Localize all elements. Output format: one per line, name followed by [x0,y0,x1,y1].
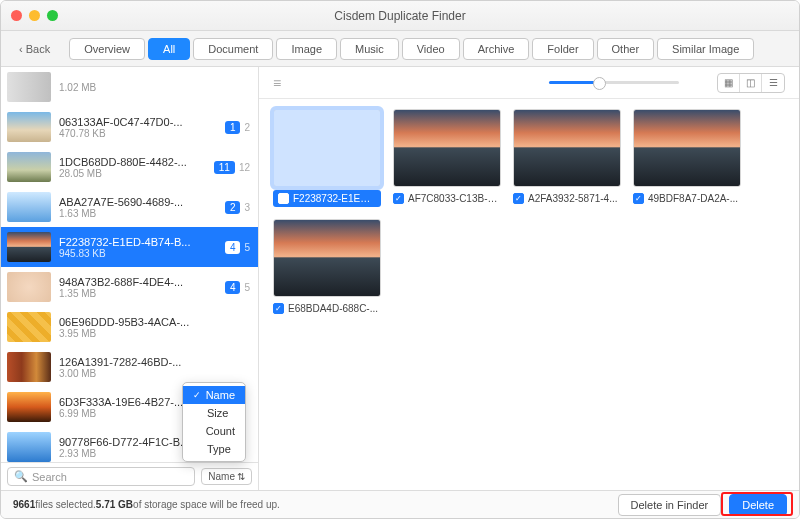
tab-similar-image[interactable]: Similar Image [657,38,754,60]
close-icon[interactable] [11,10,22,21]
file-thumb [7,72,51,102]
tab-folder[interactable]: Folder [532,38,593,60]
file-thumb [7,432,51,462]
tab-image[interactable]: Image [276,38,337,60]
file-name: 126A1391-7282-46BD-... [59,356,250,368]
sort-name[interactable]: ✓Name [183,386,245,404]
status-bar: 9661 files selected. 5.71 GB of storage … [1,490,799,518]
tab-music[interactable]: Music [340,38,399,60]
list-item[interactable]: 063133AF-0C47-47D0-...470.78 KB12 [1,107,258,147]
grid-view-icon[interactable]: ▦ [718,74,740,92]
thumb-filename: AF7C8033-C13B-4... [408,193,501,204]
sort-count[interactable]: Count [183,422,245,440]
list-mode-icon[interactable]: ≡ [273,75,281,91]
preview-image [513,109,621,187]
sort-menu[interactable]: ✓Name Size Count Type [182,382,246,462]
file-name: 06E96DDD-95B3-4ACA-... [59,316,250,328]
thumb-filename: F2238732-E1ED-4... [293,193,376,204]
sort-type[interactable]: Type [183,440,245,458]
preview-image [633,109,741,187]
file-size: 3.00 MB [59,368,250,379]
traffic-lights [11,10,58,21]
thumb-card[interactable]: ✓E68BDA4D-688C-... [273,219,381,314]
titlebar: Cisdem Duplicate Finder [1,1,799,31]
thumb-card[interactable]: ✓AF7C8033-C13B-4... [393,109,501,207]
preview-image [393,109,501,187]
updown-icon: ⇅ [237,471,245,482]
thumb-card[interactable]: ✓A2FA3932-5871-4... [513,109,621,207]
tab-document[interactable]: Document [193,38,273,60]
preview-image [273,109,381,187]
list-item[interactable]: ABA27A7E-5690-4689-...1.63 MB23 [1,187,258,227]
tab-archive[interactable]: Archive [463,38,530,60]
select-checkbox[interactable]: ✓ [273,303,284,314]
file-size: 1.63 MB [59,208,217,219]
selected-count: 9661 [13,499,35,510]
file-name: 1DCB68DD-880E-4482-... [59,156,206,168]
file-size: 945.83 KB [59,248,217,259]
list-item[interactable]: 1.02 MB [1,67,258,107]
category-tabs: Overview All Document Image Music Video … [69,38,754,60]
thumb-filename: 49BDF8A7-DA2A-... [648,193,738,204]
file-thumb [7,272,51,302]
thumb-card[interactable]: ✓49BDF8A7-DA2A-... [633,109,741,207]
delete-button[interactable]: Delete [729,494,787,516]
tab-other[interactable]: Other [597,38,655,60]
list-item[interactable]: 06E96DDD-95B3-4ACA-...3.95 MB [1,307,258,347]
list-view-icon[interactable]: ☰ [762,74,784,92]
file-name: 063133AF-0C47-47D0-... [59,116,217,128]
search-placeholder: Search [32,471,67,483]
column-view-icon[interactable]: ◫ [740,74,762,92]
sort-size[interactable]: Size [183,404,245,422]
zoom-icon[interactable] [47,10,58,21]
preview-image [273,219,381,297]
view-switcher: ▦ ◫ ☰ [717,73,785,93]
select-checkbox[interactable]: ✓ [513,193,524,204]
select-checkbox[interactable]: ✓ [633,193,644,204]
sort-button[interactable]: Name⇅ [201,468,252,485]
select-checkbox[interactable] [278,193,289,204]
thumb-card[interactable]: F2238732-E1ED-4... [273,109,381,207]
file-name: 948A73B2-688F-4DE4-... [59,276,217,288]
file-size: 1.02 MB [59,82,250,93]
file-name: F2238732-E1ED-4B74-B... [59,236,217,248]
file-thumb [7,152,51,182]
toolbar: ‹ Back Overview All Document Image Music… [1,31,799,67]
list-item[interactable]: 1DCB68DD-880E-4482-...28.05 MB1112 [1,147,258,187]
content-pane: ≡ ▦ ◫ ☰ F2238732-E1ED-4...✓AF7C8033-C13B… [259,67,799,490]
file-thumb [7,112,51,142]
back-label: Back [26,43,50,55]
dup-count: 12 [225,121,250,134]
duplicate-thumb-grid: F2238732-E1ED-4...✓AF7C8033-C13B-4...✓A2… [259,99,799,490]
thumbnail-size-slider[interactable] [549,81,679,84]
file-thumb [7,232,51,262]
select-checkbox[interactable]: ✓ [393,193,404,204]
thumb-filename: E68BDA4D-688C-... [288,303,378,314]
tab-video[interactable]: Video [402,38,460,60]
dup-count: 45 [225,241,250,254]
search-input[interactable]: 🔍 Search [7,467,195,486]
list-item[interactable]: F2238732-E1ED-4B74-B...945.83 KB45 [1,227,258,267]
file-size: 28.05 MB [59,168,206,179]
list-item[interactable]: 126A1391-7282-46BD-...3.00 MB [1,347,258,387]
tab-all[interactable]: All [148,38,190,60]
file-thumb [7,352,51,382]
file-size: 1.35 MB [59,288,217,299]
list-item[interactable]: 948A73B2-688F-4DE4-...1.35 MB45 [1,267,258,307]
window-title: Cisdem Duplicate Finder [11,9,789,23]
tab-overview[interactable]: Overview [69,38,145,60]
content-header: ≡ ▦ ◫ ☰ [259,67,799,99]
dup-count: 1112 [214,161,250,174]
sidebar-footer: 🔍 Search Name⇅ [1,462,258,490]
minimize-icon[interactable] [29,10,40,21]
delete-in-finder-button[interactable]: Delete in Finder [618,494,722,516]
dup-count: 45 [225,281,250,294]
file-thumb [7,312,51,342]
sidebar: 1.02 MB063133AF-0C47-47D0-...470.78 KB12… [1,67,259,490]
file-thumb [7,192,51,222]
back-button[interactable]: ‹ Back [11,39,58,59]
file-thumb [7,392,51,422]
search-icon: 🔍 [14,470,28,483]
file-size: 470.78 KB [59,128,217,139]
freed-size: 5.71 GB [96,499,133,510]
